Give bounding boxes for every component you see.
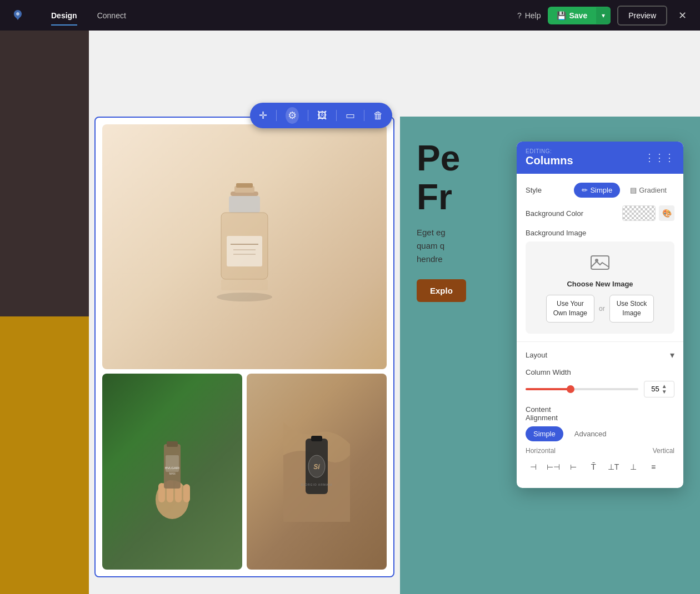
main-product-image <box>102 124 387 369</box>
delete-icon[interactable]: 🗑 <box>373 110 383 122</box>
alignment-simple-tab[interactable]: Simple <box>526 426 563 441</box>
help-button[interactable]: ? Help <box>517 11 541 20</box>
layout-icon[interactable]: ▭ <box>346 109 355 122</box>
panel-header-info: EDITING: Columns <box>526 148 573 167</box>
edit-panel: EDITING: Columns ⋮⋮⋮ Style ✏ Simple ▤ Gr… <box>517 142 683 488</box>
svg-point-10 <box>217 293 272 301</box>
svg-rect-17 <box>167 441 178 447</box>
alignment-tabs: Simple Advanced <box>526 426 674 441</box>
or-text: or <box>599 305 605 313</box>
image-buttons: Use YourOwn Image or Use StockImage <box>537 295 663 323</box>
style-row: Style ✏ Simple ▤ Gradient <box>526 183 674 198</box>
svg-rect-3 <box>229 196 260 213</box>
content-alignment-section: ContentAlignment Simple Advanced Horizon… <box>526 405 674 475</box>
help-icon: ? <box>517 11 522 20</box>
pencil-icon: ✏ <box>582 186 588 194</box>
preview-button[interactable]: Preview <box>617 6 667 26</box>
panel-editing-label: EDITING: <box>526 148 573 154</box>
column-width-slider[interactable] <box>526 388 638 390</box>
panel-header: EDITING: Columns ⋮⋮⋮ <box>517 142 683 174</box>
image-icon[interactable]: 🖼 <box>317 110 327 122</box>
panel-title: Columns <box>526 154 573 167</box>
right-body-text: Eget egquam qhendre <box>417 226 528 266</box>
style-simple[interactable]: ✏ Simple <box>574 183 620 198</box>
vertical-label: Vertical <box>653 447 674 455</box>
layout-row[interactable]: Layout ▾ <box>526 350 674 360</box>
slider-value: 55 ▲ ▼ <box>644 381 674 397</box>
slider-fill <box>526 388 571 390</box>
svg-text:BVLGARI: BVLGARI <box>165 466 179 470</box>
bg-color-label: Background Color <box>526 209 583 218</box>
use-own-image-button[interactable]: Use YourOwn Image <box>546 295 594 323</box>
canvas-area: ✛ ⚙ 🖼 ▭ 🗑 <box>89 31 700 594</box>
bvlgari-bottle-svg: BVLGARI MAN <box>139 422 206 522</box>
use-stock-image-button[interactable]: Use StockImage <box>609 295 654 323</box>
svg-rect-22 <box>311 436 322 441</box>
align-middle-icon[interactable]: ⊥T <box>606 459 621 475</box>
move-icon[interactable]: ✛ <box>259 109 267 122</box>
color-swatch[interactable] <box>622 205 656 221</box>
save-dropdown-arrow[interactable]: ▾ <box>596 7 611 24</box>
save-icon: 💾 <box>557 11 566 20</box>
toolbar-sep-2 <box>308 110 308 121</box>
align-left-icon[interactable]: ⊣ <box>526 459 541 475</box>
image-upload-area: Choose New Image Use YourOwn Image or Us… <box>526 241 674 334</box>
align-top-icon[interactable]: T̄ <box>586 459 601 475</box>
bg-color-row: Background Color 🎨 <box>526 205 674 221</box>
floating-toolbar: ✛ ⚙ 🖼 ▭ 🗑 <box>250 103 392 128</box>
armani-image: Si GIORGIO ARMANI <box>247 374 387 570</box>
align-right-icon[interactable]: ⊢ <box>566 459 581 475</box>
slider-thumb[interactable] <box>567 385 574 393</box>
tab-design[interactable]: Design <box>42 7 86 24</box>
alignment-advanced-tab[interactable]: Advanced <box>567 426 614 441</box>
toolbar-sep-1 <box>276 110 277 121</box>
bvlgari-image: BVLGARI MAN <box>102 374 242 570</box>
color-picker-icon[interactable]: 🎨 <box>659 205 674 221</box>
svg-text:Si: Si <box>313 463 320 471</box>
left-column: BVLGARI MAN Si GIORGIO ARMANI <box>94 117 394 577</box>
panel-menu-dots[interactable]: ⋮⋮⋮ <box>644 152 674 164</box>
toolbar-sep-4 <box>364 110 364 121</box>
horizontal-label: Horizontal <box>526 447 556 455</box>
bg-golden-panel <box>0 316 89 594</box>
choose-image-title: Choose New Image <box>537 280 663 288</box>
toolbar-sep-3 <box>336 110 337 121</box>
alignment-sub-row: Horizontal Vertical <box>526 447 674 455</box>
image-upload-icon <box>537 253 663 276</box>
tab-connect[interactable]: Connect <box>88 7 135 24</box>
svg-rect-26 <box>591 256 609 269</box>
explore-button[interactable]: Explo <box>417 279 466 302</box>
svg-rect-2 <box>236 183 253 188</box>
save-button-group: 💾 Save ▾ <box>548 7 611 24</box>
svg-rect-9 <box>221 279 268 290</box>
gradient-icon: ▤ <box>630 186 637 194</box>
layout-chevron-icon: ▾ <box>670 350 674 360</box>
svg-text:MAN: MAN <box>169 472 176 475</box>
armani-bottle-svg: Si GIORGIO ARMANI <box>283 422 350 522</box>
panel-body: Style ✏ Simple ▤ Gradient Background Col… <box>517 174 683 488</box>
style-gradient[interactable]: ▤ Gradient <box>622 183 674 198</box>
content-alignment-label: ContentAlignment <box>526 405 674 422</box>
slider-controls: 55 ▲ ▼ <box>526 381 674 397</box>
bg-image-label: Background Image <box>526 229 674 237</box>
svg-text:GIORGIO ARMANI: GIORGIO ARMANI <box>301 483 333 486</box>
slider-arrows: ▲ ▼ <box>662 384 667 395</box>
nav-right: ? Help 💾 Save ▾ Preview ✕ <box>517 6 691 26</box>
save-button[interactable]: 💾 Save <box>548 7 597 24</box>
layout-label: Layout <box>526 351 547 359</box>
section-divider-1 <box>517 341 683 342</box>
navbar: Design Connect ? Help 💾 Save ▾ Preview ✕ <box>0 0 700 31</box>
nav-tabs: Design Connect <box>42 7 135 24</box>
bottom-images-row: BVLGARI MAN Si GIORGIO ARMANI <box>102 374 387 570</box>
align-justify-icon[interactable]: ≡ <box>646 459 661 475</box>
align-bottom-icon[interactable]: ⊥ <box>626 459 641 475</box>
close-button[interactable]: ✕ <box>674 7 691 24</box>
svg-rect-5 <box>227 236 262 266</box>
align-center-icon[interactable]: ⊢⊣ <box>546 459 561 475</box>
settings-icon[interactable]: ⚙ <box>286 107 299 124</box>
slider-down-arrow[interactable]: ▼ <box>662 389 667 395</box>
alignment-icons-row: ⊣ ⊢⊣ ⊢ T̄ ⊥T ⊥ ≡ <box>526 459 674 475</box>
nav-logo[interactable] <box>9 7 27 24</box>
perfume-bottle-svg <box>189 180 300 314</box>
help-label: Help <box>525 11 541 20</box>
